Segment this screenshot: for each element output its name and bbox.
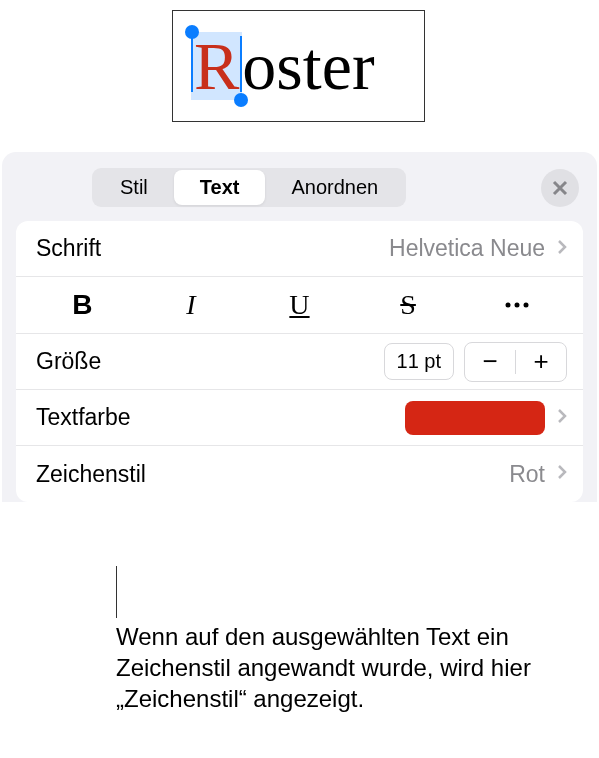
size-label: Größe — [36, 348, 101, 375]
textcolor-label: Textfarbe — [36, 404, 131, 431]
callout-text: Wenn auf den ausgewählten Text ein Zeich… — [116, 621, 559, 715]
selection-handle-end[interactable] — [234, 93, 248, 107]
size-increase-button[interactable]: + — [516, 343, 566, 381]
row-size: Größe 11 pt − + — [16, 334, 583, 390]
bold-button[interactable]: B — [28, 277, 137, 333]
underline-button[interactable]: U — [245, 277, 354, 333]
svg-point-0 — [505, 303, 510, 308]
tab-stil[interactable]: Stil — [94, 170, 174, 205]
rest-text: oster — [242, 32, 374, 100]
size-decrease-button[interactable]: − — [465, 343, 515, 381]
svg-point-1 — [514, 303, 519, 308]
options-list: Schrift Helvetica Neue B I U S Größe 11 … — [16, 221, 583, 502]
chevron-right-icon — [557, 239, 567, 259]
row-charstyle[interactable]: Zeichenstil Rot — [16, 446, 583, 502]
size-input[interactable]: 11 pt — [384, 343, 454, 380]
row-font[interactable]: Schrift Helvetica Neue — [16, 221, 583, 277]
color-swatch[interactable] — [405, 401, 545, 435]
callout-line — [116, 566, 117, 618]
ellipsis-icon — [505, 302, 529, 308]
format-panel: Stil Text Anordnen Schrift Helvetica Neu… — [2, 152, 597, 502]
svg-point-2 — [523, 303, 528, 308]
tab-bar: Stil Text Anordnen — [2, 168, 597, 221]
chevron-right-icon — [557, 464, 567, 484]
charstyle-value: Rot — [509, 461, 545, 488]
size-stepper: − + — [464, 342, 567, 382]
font-value: Helvetica Neue — [389, 235, 545, 262]
segmented-control: Stil Text Anordnen — [92, 168, 406, 207]
charstyle-label: Zeichenstil — [36, 461, 146, 488]
tab-anordnen[interactable]: Anordnen — [265, 170, 404, 205]
italic-button[interactable]: I — [137, 277, 246, 333]
strikethrough-button[interactable]: S — [354, 277, 463, 333]
row-text-style: B I U S — [16, 277, 583, 334]
text-preview-box[interactable]: Roster — [172, 10, 425, 122]
selected-character: R — [191, 32, 242, 100]
font-label: Schrift — [36, 235, 101, 262]
chevron-right-icon — [557, 408, 567, 428]
close-icon — [552, 180, 568, 196]
tab-text[interactable]: Text — [174, 170, 266, 205]
close-button[interactable] — [541, 169, 579, 207]
selection-handle-start[interactable] — [185, 25, 199, 39]
row-textcolor[interactable]: Textfarbe — [16, 390, 583, 446]
more-options-button[interactable] — [462, 277, 571, 333]
